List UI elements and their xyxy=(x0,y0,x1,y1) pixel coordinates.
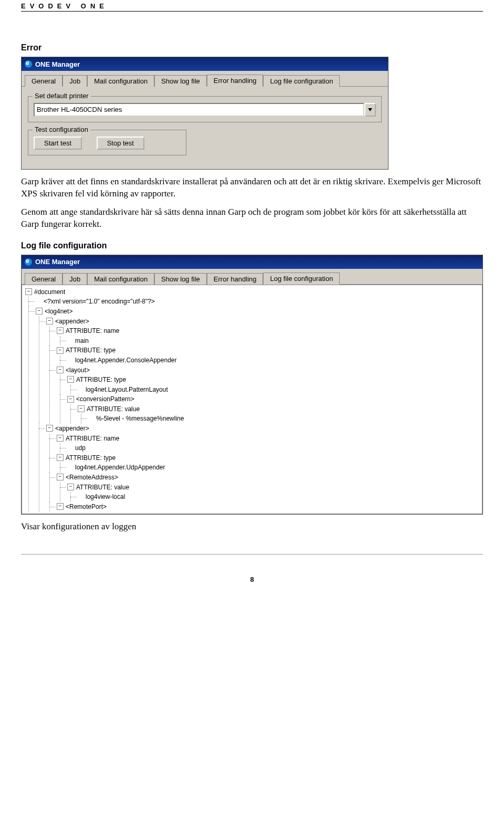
collapse-icon[interactable]: − xyxy=(57,347,64,354)
group-test-configuration: Test configuration Start test Stop test xyxy=(28,130,186,155)
tree-leaf[interactable]: main xyxy=(67,336,481,346)
xml-tree[interactable]: −#document <?xml version="1.0" encoding=… xyxy=(22,285,482,515)
tabs: General Job Mail configuration Show log … xyxy=(22,71,388,87)
printer-value: Brother HL-4050CDN series xyxy=(34,103,364,117)
collapse-icon[interactable]: − xyxy=(36,308,43,315)
tree-node[interactable]: −<appender> −ATTRIBUTE: name main −ATTRI… xyxy=(46,317,481,424)
group-label: Set default printer xyxy=(33,92,91,100)
error-para-2: Genom att ange standardskrivare här så s… xyxy=(21,206,483,231)
tree-node[interactable]: −ATTRIBUTE: type log4net.Layout.PatternL… xyxy=(67,375,481,394)
chevron-down-icon xyxy=(368,108,372,111)
header-rule xyxy=(21,11,483,12)
window-title: ONE Manager xyxy=(35,258,80,266)
collapse-icon[interactable]: − xyxy=(46,425,53,432)
tab-general[interactable]: General xyxy=(25,273,62,285)
tab-log-file-configuration[interactable]: Log file configuration xyxy=(263,273,340,285)
tree-leaf[interactable]: log4net.Layout.PatternLayout xyxy=(78,385,481,395)
tree-node[interactable]: −ATTRIBUTE: value %-5level - %message%ne… xyxy=(78,404,481,424)
collapse-icon[interactable]: − xyxy=(57,503,64,510)
titlebar: ONE Manager xyxy=(22,255,482,269)
error-window: ONE Manager General Job Mail configurati… xyxy=(21,57,388,170)
stop-test-button[interactable]: Stop test xyxy=(97,137,144,150)
section-error-title: Error xyxy=(21,43,483,53)
tree-node[interactable]: −<RemotePort> xyxy=(57,502,481,512)
start-test-button[interactable]: Start test xyxy=(34,137,82,150)
tree-node[interactable]: −ATTRIBUTE: value log4view-local xyxy=(67,483,481,502)
tree-node[interactable]: −#document <?xml version="1.0" encoding=… xyxy=(25,287,481,512)
collapse-icon[interactable]: − xyxy=(57,367,64,373)
tree-leaf[interactable]: udp xyxy=(67,443,481,453)
collapse-icon[interactable]: − xyxy=(57,327,64,334)
tab-error-handling[interactable]: Error handling xyxy=(207,75,264,87)
window-title: ONE Manager xyxy=(35,60,80,68)
tree-node[interactable]: −ATTRIBUTE: name main xyxy=(57,326,481,346)
collapse-icon[interactable]: − xyxy=(67,396,74,403)
tree-leaf[interactable]: log4view-local xyxy=(78,492,481,502)
page-number: 8 xyxy=(21,576,483,583)
tab-general[interactable]: General xyxy=(25,75,62,87)
tab-error-handling[interactable]: Error handling xyxy=(207,273,264,285)
tab-show-log-file[interactable]: Show log file xyxy=(154,75,207,87)
tree-node[interactable]: −<conversionPattern> −ATTRIBUTE: value %… xyxy=(67,394,481,424)
footer-rule xyxy=(21,554,483,555)
tab-show-log-file[interactable]: Show log file xyxy=(154,273,207,285)
titlebar: ONE Manager xyxy=(22,57,388,71)
logfile-window: ONE Manager General Job Mail configurati… xyxy=(21,255,483,515)
collapse-icon[interactable]: − xyxy=(67,376,74,383)
log-caption: Visar konfigurationen av loggen xyxy=(21,521,483,533)
section-logfile-title: Log file configuration xyxy=(21,241,483,250)
tree-node[interactable]: −<RemoteAddress> −ATTRIBUTE: value log4v… xyxy=(57,473,481,502)
tab-log-file-configuration[interactable]: Log file configuration xyxy=(263,75,340,87)
collapse-icon[interactable]: − xyxy=(57,474,64,480)
tabs: General Job Mail configuration Show log … xyxy=(22,269,482,285)
group-label: Test configuration xyxy=(33,125,90,133)
tree-leaf[interactable]: %-5level - %message%newline xyxy=(88,414,481,424)
tree-node[interactable]: −<appender> −ATTRIBUTE: name udp −ATTRIB… xyxy=(46,424,481,511)
tree-leaf[interactable]: log4net.Appender.UdpAppender xyxy=(67,463,481,473)
group-set-default-printer: Set default printer Brother HL-4050CDN s… xyxy=(28,96,382,122)
collapse-icon[interactable]: − xyxy=(57,454,64,461)
collapse-icon[interactable]: − xyxy=(46,318,53,325)
tab-job[interactable]: Job xyxy=(62,75,87,87)
collapse-icon[interactable]: − xyxy=(57,435,64,442)
dropdown-button[interactable] xyxy=(364,103,376,117)
printer-dropdown[interactable]: Brother HL-4050CDN series xyxy=(34,103,376,117)
brand: EVODEV ONE xyxy=(0,0,504,11)
tree-node[interactable]: <?xml version="1.0" encoding="utf-8"?> xyxy=(36,297,481,307)
tab-mail-configuration[interactable]: Mail configuration xyxy=(87,273,154,285)
app-icon xyxy=(25,258,32,266)
collapse-icon[interactable]: − xyxy=(78,405,85,412)
tree-node[interactable]: −<layout> −ATTRIBUTE: type log4net.Layou… xyxy=(57,365,481,424)
app-icon xyxy=(25,60,32,68)
tree-node[interactable]: −<log4net> −<appender> −ATTRIBUTE: name … xyxy=(36,307,481,511)
error-para-1: Garp kräver att det finns en standardskr… xyxy=(21,176,483,200)
tab-job[interactable]: Job xyxy=(62,273,87,285)
tree-node[interactable]: −ATTRIBUTE: type log4net.Appender.Consol… xyxy=(57,346,481,365)
tab-mail-configuration[interactable]: Mail configuration xyxy=(87,75,154,87)
tree-node[interactable]: −ATTRIBUTE: type log4net.Appender.UdpApp… xyxy=(57,453,481,473)
collapse-icon[interactable]: − xyxy=(67,484,74,490)
tree-leaf[interactable]: log4net.Appender.ConsoleAppender xyxy=(67,355,481,365)
collapse-icon[interactable]: − xyxy=(25,288,32,295)
tree-node[interactable]: −ATTRIBUTE: name udp xyxy=(57,434,481,453)
